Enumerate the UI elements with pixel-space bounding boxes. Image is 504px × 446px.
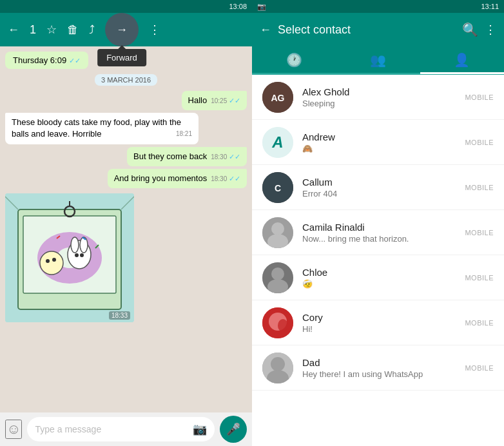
- chat-panel: 13:08 ← 1 ☆ 🗑 ⤴ → Forward ⋮ Thursday 6:0…: [0, 0, 252, 446]
- message-text: These bloody cats take my food, play wit…: [12, 117, 181, 139]
- delete-button[interactable]: 🗑: [67, 23, 79, 37]
- back-button[interactable]: ←: [8, 23, 19, 37]
- contact-info-callum: Callum Error 404: [302, 177, 465, 199]
- contact-type-andrew: MOBILE: [465, 139, 494, 146]
- more-options-button[interactable]: ⋮: [149, 23, 160, 37]
- avatar-camila: [262, 217, 293, 248]
- contact-type-cory: MOBILE: [465, 319, 494, 327]
- message-input-bar: ☺ Type a message 📷 🎤: [0, 412, 252, 446]
- mic-button[interactable]: 🎤: [220, 416, 247, 443]
- svg-text:C: C: [275, 183, 281, 193]
- sticker-image: 18:33: [5, 193, 134, 322]
- message-meta: 18:21: [176, 130, 192, 139]
- message-text: But they come back: [133, 151, 207, 161]
- avatar-dad-img: [262, 353, 293, 383]
- select-contact-toolbar: ← Select contact 🔍 ⋮: [252, 13, 504, 46]
- status-right-time: 13:11: [481, 3, 499, 10]
- contact-status-chloe: 🤕: [302, 279, 465, 289]
- contact-name-chloe: Chloe: [302, 267, 465, 278]
- svg-point-27: [271, 222, 284, 235]
- tab-contacts[interactable]: 👤: [420, 48, 504, 74]
- groups-icon: 👥: [370, 52, 386, 68]
- message-input[interactable]: Type a message 📷: [27, 417, 215, 441]
- contact-info-camila: Camila Rinaldi Now... bring me that hori…: [302, 222, 465, 244]
- svg-point-34: [278, 319, 288, 332]
- contact-cory[interactable]: Cory Hi! MOBILE: [252, 300, 504, 345]
- forward-button[interactable]: → Forward: [105, 13, 139, 46]
- message-meta: 10:25 ✓✓: [211, 96, 240, 106]
- svg-point-30: [271, 267, 284, 280]
- contact-status-camila: Now... bring me that horizon.: [302, 234, 465, 244]
- tab-recent[interactable]: 🕐: [252, 48, 336, 74]
- status-bar-right: 📷 13:11: [252, 0, 504, 13]
- message-meta: 6:09 ✓✓: [50, 55, 81, 65]
- message-text: And bring you momentos: [114, 173, 208, 183]
- status-bar-left: 13:08: [0, 0, 252, 13]
- avatar-chloe-img: [262, 262, 293, 293]
- contacts-icon: 👤: [454, 52, 470, 68]
- contact-type-camila: MOBILE: [465, 229, 494, 237]
- star-button[interactable]: ☆: [46, 23, 57, 37]
- message-placeholder: Type a message: [35, 424, 101, 434]
- contact-chloe[interactable]: Chloe 🤕 MOBILE: [252, 255, 504, 300]
- contact-status-cory: Hi!: [302, 324, 465, 334]
- avatar-callum-img: C: [262, 172, 293, 203]
- svg-text:A: A: [271, 133, 283, 151]
- svg-point-16: [52, 258, 56, 262]
- message-cats: These bloody cats take my food, play wit…: [5, 113, 199, 144]
- sticker-svg: [5, 193, 134, 322]
- contact-dad[interactable]: Dad Hey there! I am using WhatsApp MOBIL…: [252, 345, 504, 391]
- contact-name-cory: Cory: [302, 312, 465, 323]
- back-button-right[interactable]: ←: [260, 23, 271, 37]
- avatar-cory: [262, 307, 293, 338]
- search-button[interactable]: 🔍: [462, 22, 478, 37]
- avatar-andrew-img: A: [262, 127, 293, 158]
- contact-camila[interactable]: Camila Rinaldi Now... bring me that hori…: [252, 210, 504, 255]
- avatar-camila-img: [262, 217, 293, 248]
- avatar-andrew: A: [262, 127, 293, 158]
- sticker-message: 18:33: [5, 193, 134, 322]
- svg-point-15: [46, 259, 50, 263]
- mic-icon: 🎤: [226, 422, 240, 436]
- contact-name-andrew: Andrew: [302, 131, 465, 142]
- contact-info-alex: Alex Ghold Sleeping: [302, 86, 465, 108]
- contact-type-alex: MOBILE: [465, 93, 494, 101]
- chat-messages: Thursday 6:09 ✓✓ 3 MARCH 2016 Hallo 10:2…: [0, 46, 252, 412]
- contact-name-alex: Alex Ghold: [302, 86, 465, 97]
- contact-status-andrew: 🙈: [302, 144, 465, 153]
- svg-point-14: [40, 251, 63, 275]
- select-contact-title: Select contact: [278, 23, 456, 37]
- contact-callum[interactable]: C Callum Error 404 MOBILE: [252, 165, 504, 210]
- svg-point-10: [71, 237, 79, 253]
- contact-status-dad: Hey there! I am using WhatsApp: [302, 369, 465, 379]
- tab-groups[interactable]: 👥: [336, 48, 420, 74]
- svg-point-13: [80, 253, 84, 257]
- contact-name-callum: Callum: [302, 177, 465, 188]
- contact-andrew[interactable]: A Andrew 🙈 MOBILE: [252, 120, 504, 165]
- contact-alex[interactable]: AG Alex Ghold Sleeping MOBILE: [252, 75, 504, 120]
- contact-status-alex: Sleeping: [302, 99, 465, 108]
- avatar-alex-img: AG: [262, 82, 293, 113]
- date-badge: 3 MARCH 2016: [95, 74, 157, 86]
- avatar-chloe: [262, 262, 293, 293]
- svg-point-12: [75, 253, 79, 257]
- selected-count: 1: [30, 23, 36, 37]
- contact-type-callum: MOBILE: [465, 184, 494, 191]
- status-left-time: 13:08: [229, 3, 247, 10]
- emoji-button[interactable]: ☺: [5, 420, 22, 439]
- message-text: Hallo: [188, 95, 208, 105]
- contact-status-callum: Error 404: [302, 189, 465, 199]
- avatar-cory-img: [262, 307, 293, 338]
- share-button[interactable]: ⤴: [89, 23, 95, 37]
- more-options-button-right[interactable]: ⋮: [485, 23, 496, 37]
- contact-name-camila: Camila Rinaldi: [302, 222, 465, 233]
- svg-text:AG: AG: [271, 93, 285, 103]
- message-momentos: And bring you momentos 18:30 ✓✓: [108, 169, 247, 188]
- contact-info-dad: Dad Hey there! I am using WhatsApp: [302, 357, 465, 379]
- contact-type-dad: MOBILE: [465, 364, 494, 372]
- forward-tooltip: Forward: [97, 49, 146, 66]
- contact-name-dad: Dad: [302, 357, 465, 368]
- contact-type-chloe: MOBILE: [465, 274, 494, 282]
- contact-tabs: 🕐 👥 👤: [252, 46, 504, 75]
- camera-button[interactable]: 📷: [193, 422, 207, 436]
